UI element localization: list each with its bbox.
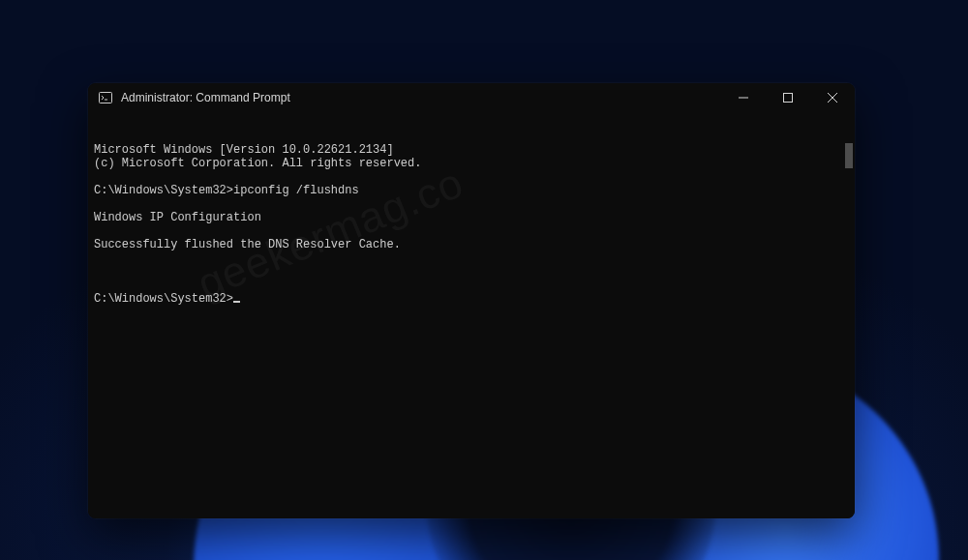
terminal-cursor — [233, 301, 240, 303]
terminal-line: (c) Microsoft Corporation. All rights re… — [94, 157, 849, 170]
window-title: Administrator: Command Prompt — [121, 91, 290, 104]
close-button[interactable] — [810, 83, 855, 112]
svg-rect-0 — [100, 93, 112, 103]
terminal-scrollbar-thumb[interactable] — [845, 143, 853, 168]
terminal-prompt: C:\Windows\System32> — [94, 292, 233, 306]
command-prompt-window: Administrator: Command Prompt Microsoft … — [88, 83, 855, 518]
terminal-prompt-line: C:\Windows\System32> — [94, 292, 849, 306]
window-titlebar[interactable]: Administrator: Command Prompt — [88, 83, 855, 112]
svg-rect-3 — [784, 94, 793, 103]
terminal-line — [94, 224, 849, 238]
terminal-line: C:\Windows\System32>ipconfig /flushdns — [94, 184, 849, 197]
cmd-icon — [98, 90, 113, 105]
terminal-output[interactable]: Microsoft Windows [Version 10.0.22621.21… — [88, 112, 855, 518]
terminal-line — [94, 251, 849, 265]
terminal-line — [94, 197, 849, 211]
maximize-button[interactable] — [766, 83, 810, 112]
terminal-line — [94, 170, 849, 184]
terminal-line: Windows IP Configuration — [94, 211, 849, 224]
terminal-line: Successfully flushed the DNS Resolver Ca… — [94, 238, 849, 251]
minimize-button[interactable] — [721, 83, 766, 112]
terminal-line: Microsoft Windows [Version 10.0.22621.21… — [94, 143, 849, 157]
